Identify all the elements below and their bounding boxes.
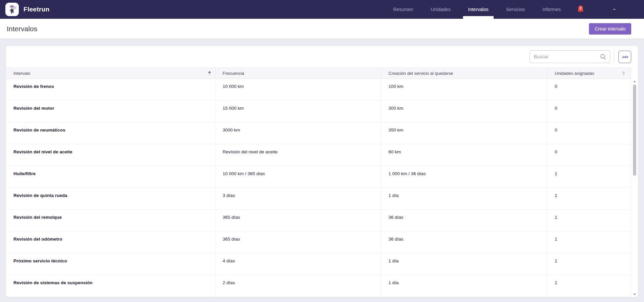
table-header-row: Intervalo Frecuencia Creación del servic… <box>6 67 631 79</box>
cell-frequency: 3000 km <box>215 122 381 144</box>
mechanic-runner-icon <box>6 4 18 15</box>
cell-interval: Revisión de frenos <box>6 79 215 100</box>
user-menu-indicator <box>613 9 615 10</box>
cell-creation: 1 día <box>381 275 547 297</box>
cell-units: 0 <box>547 122 631 144</box>
sort-icon <box>622 71 625 75</box>
nav-item-unidades[interactable]: Unidades <box>422 0 459 19</box>
app-header: Fleetrun Resumen Unidades Intervalos Ser… <box>0 0 644 19</box>
table-row[interactable]: Revisión de sistemas de suspensión 2 día… <box>6 275 631 297</box>
table-row[interactable]: Revisión del remolque 365 días 36 días 1 <box>6 210 631 232</box>
nav-item-label: Intervalos <box>468 7 489 12</box>
notification-count: 3 <box>580 6 582 10</box>
nav-item-intervalos[interactable]: Intervalos <box>459 0 497 19</box>
cell-interval: Revisión del remolque <box>6 210 215 231</box>
cell-creation: 350 km <box>381 122 547 144</box>
column-label: Creación del servicio al quedarse <box>388 71 453 76</box>
table-toolbar: .csv <box>6 46 638 67</box>
cell-interval: Próximo servicio técnico <box>6 253 215 275</box>
nav-item-informes[interactable]: Informes <box>534 0 569 19</box>
scrollbar-up-arrow[interactable] <box>633 79 637 83</box>
table-body: Revisión de frenos 10 000 km 100 km 0 Re… <box>6 79 631 297</box>
main-nav: Resumen Unidades Intervalos Servicios In… <box>384 0 569 19</box>
cell-creation: 60 km <box>381 144 547 166</box>
cell-frequency: Revisión del nivel de aceite <box>215 144 381 166</box>
cell-interval: Revisión de neumáticos <box>6 122 215 144</box>
table-row[interactable]: Revisión del motor 15 000 km 300 km 0 <box>6 101 631 122</box>
page-header: Intervalos Crear intervalo <box>0 19 644 39</box>
scrollbar-thumb[interactable] <box>633 85 636 176</box>
cell-units: 1 <box>547 253 631 275</box>
cell-units: 0 <box>547 144 631 166</box>
main-content: .csv Intervalo Frecuencia Creación del s… <box>0 39 644 297</box>
active-tab-indicator <box>463 16 494 19</box>
cell-creation: 1 000 km / 36 días <box>381 166 547 188</box>
cell-frequency: 10 000 km <box>215 79 381 100</box>
table-scrollbar[interactable] <box>633 79 637 296</box>
table-row[interactable]: Revisión de neumáticos 3000 km 350 km 0 <box>6 122 631 144</box>
column-header-frecuencia[interactable]: Frecuencia <box>215 68 381 79</box>
table-row[interactable]: Revisión del odómetro 365 días 36 días 1 <box>6 232 631 253</box>
column-label: Unidades asignadas <box>555 71 594 76</box>
cell-frequency: 4 días <box>215 253 381 275</box>
cell-units: 1 <box>547 210 631 231</box>
cell-units: 1 <box>547 232 631 253</box>
cell-interval: Huile/filtre <box>6 166 215 188</box>
cell-interval: Revisión del motor <box>6 101 215 122</box>
table-row[interactable]: Revisión de quinta rueda 3 días 1 día 1 <box>6 188 631 210</box>
cell-creation: 36 días <box>381 210 547 231</box>
cell-units: 1 <box>547 188 631 209</box>
nav-item-label: Unidades <box>431 7 451 12</box>
cell-interval: Revisión del odómetro <box>6 232 215 253</box>
column-label: Frecuencia <box>223 71 244 76</box>
cell-units: 0 <box>547 101 631 122</box>
cell-frequency: 10 000 km / 365 días <box>215 166 381 188</box>
cell-creation: 36 días <box>381 232 547 253</box>
cell-units: 1 <box>547 166 631 188</box>
search-icon[interactable] <box>600 54 606 60</box>
cell-frequency: 2 días <box>215 275 381 297</box>
column-header-creacion[interactable]: Creación del servicio al quedarse <box>381 68 547 79</box>
table-row[interactable]: Próximo servicio técnico 4 días 1 día 1 <box>6 253 631 275</box>
column-header-unidades[interactable]: Unidades asignadas <box>547 68 631 79</box>
cell-interval: Revisión de sistemas de suspensión <box>6 275 215 297</box>
cell-creation: 1 día <box>381 188 547 209</box>
cell-creation: 300 km <box>381 101 547 122</box>
user-menu[interactable] <box>584 9 644 10</box>
app-logo[interactable] <box>5 3 19 16</box>
scrollbar-down-arrow[interactable] <box>633 292 637 296</box>
cell-frequency: 365 días <box>215 232 381 253</box>
create-interval-button[interactable]: Crear intervalo <box>589 23 631 35</box>
cell-frequency: 15 000 km <box>215 101 381 122</box>
column-label: Intervalo <box>13 71 30 76</box>
column-header-intervalo[interactable]: Intervalo <box>6 68 215 79</box>
nav-item-servicios[interactable]: Servicios <box>497 0 534 19</box>
cell-interval: Revisión de quinta rueda <box>6 188 215 209</box>
search-box <box>530 50 610 63</box>
cell-interval: Revisión del nivel de aceite <box>6 144 215 166</box>
cell-creation: 1 día <box>381 253 547 275</box>
table-row[interactable]: Huile/filtre 10 000 km / 365 días 1 000 … <box>6 166 631 188</box>
bell-icon: 3 <box>577 5 584 14</box>
nav-item-label: Resumen <box>393 7 413 12</box>
export-csv-button[interactable]: .csv <box>618 51 631 63</box>
table-row[interactable]: Revisión del nivel de aceite Revisión de… <box>6 144 631 166</box>
toolbar-divider <box>614 50 614 63</box>
cell-units: 0 <box>547 79 631 100</box>
cell-frequency: 3 días <box>215 188 381 209</box>
cell-units: 1 <box>547 275 631 297</box>
page-title: Intervalos <box>7 25 37 33</box>
nav-item-resumen[interactable]: Resumen <box>384 0 422 19</box>
cell-creation: 100 km <box>381 79 547 100</box>
intervals-table-card: .csv Intervalo Frecuencia Creación del s… <box>6 46 638 297</box>
nav-item-label: Informes <box>543 7 561 12</box>
nav-item-label: Servicios <box>506 7 525 12</box>
sort-icon-asc <box>208 71 211 75</box>
search-input[interactable] <box>534 54 600 59</box>
notifications-button[interactable]: 3 <box>577 5 584 14</box>
table-row[interactable]: Revisión de frenos 10 000 km 100 km 0 <box>6 79 631 101</box>
app-name: Fleetrun <box>24 6 49 13</box>
cell-frequency: 365 días <box>215 210 381 231</box>
